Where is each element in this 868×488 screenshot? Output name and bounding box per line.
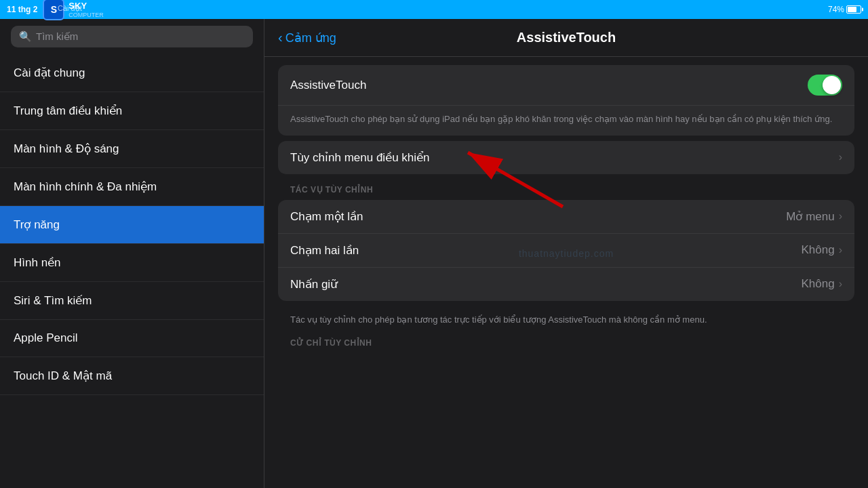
cham-hai-lan-chevron: › [839,244,842,256]
cham-mot-lan-val-text: Mở menu [786,209,834,224]
sidebar-item-hinh-nen[interactable]: Hình nền [0,244,264,282]
battery-fill [848,7,856,12]
cham-hai-lan-value: Không › [802,243,843,257]
cai-dat-label: Cài đặt [58,4,82,13]
sidebar-label-touch-id: Touch ID & Mật mã [14,369,112,383]
sidebar-label-tro-nang: Trợ năng [14,218,60,232]
customize-menu-label: Tùy chỉnh menu điều khiển [290,150,430,165]
page-header: ‹ Cảm ứng AssistiveTouch [264,19,868,57]
nhan-giu-chevron: › [839,278,842,290]
sidebar-label-hinh-nen: Hình nền [14,256,61,270]
nhan-giu-val-text: Không [802,277,835,291]
content-area: AssistiveTouch AssistiveTouch cho phép b… [264,57,868,485]
sidebar-label-cai-dat-chung: Cài đặt chung [14,66,85,80]
sidebar-item-trung-tam-dieu-khien[interactable]: Trung tâm điều khiển [0,92,264,130]
nhan-giu-label: Nhấn giữ [290,277,338,291]
status-left: 11 thg 2 S SKY COMPUTER Cài đặt [7,0,104,20]
sidebar-label-siri: Siri & Tìm kiếm [14,293,92,308]
main-layout: 🔍 Tìm kiếm Cài đặt chung Trung tâm điều … [0,19,868,488]
nhan-giu-row[interactable]: Nhấn giữ Không › [278,268,854,301]
assistive-touch-label: AssistiveTouch [290,79,366,92]
page-title: AssistiveTouch [517,30,616,45]
sidebar-label-man-hinh: Màn hình & Độ sáng [14,142,119,156]
sidebar-label-apple-pencil: Apple Pencil [14,331,78,345]
battery-icon [846,5,861,14]
sidebar-item-touch-id[interactable]: Touch ID & Mật mã [0,357,264,395]
cham-hai-lan-label: Chạm hai lần [290,243,359,258]
search-box[interactable]: 🔍 Tìm kiếm [11,26,253,47]
main-section: AssistiveTouch AssistiveTouch cho phép b… [264,57,868,361]
sidebar-item-cai-dat-chung[interactable]: Cài đặt chung [0,54,264,92]
cham-hai-lan-row[interactable]: Chạm hai lần Không › [278,234,854,268]
assistive-touch-toggle[interactable] [808,75,842,96]
assistive-touch-toggle-row: AssistiveTouch [278,65,854,106]
customize-menu-row[interactable]: Tùy chỉnh menu điều khiển › [278,141,854,174]
cham-mot-lan-label: Chạm một lần [290,209,363,224]
search-placeholder: Tìm kiếm [36,30,78,43]
sidebar-item-man-hinh-do-sang[interactable]: Màn hình & Độ sáng [0,130,264,168]
sidebar-label-trung-tam: Trung tâm điều khiển [14,104,122,118]
sidebar-label-man-hinh-chinh: Màn hình chính & Đa nhiệm [14,180,157,194]
assistive-touch-description: AssistiveTouch cho phép bạn sử dụng iPad… [278,106,854,136]
customize-menu-card: Tùy chỉnh menu điều khiển › [278,141,854,174]
sidebar-item-siri[interactable]: Siri & Tìm kiếm [0,282,264,320]
battery-indicator: 74% [828,5,861,14]
toggle-knob [823,76,841,94]
nhan-giu-value: Không › [802,277,843,291]
cham-mot-lan-row[interactable]: Chạm một lần Mở menu › [278,200,854,234]
cham-mot-lan-chevron: › [839,210,842,222]
search-icon: 🔍 [19,30,32,43]
back-button[interactable]: ‹ Cảm ứng [278,30,336,45]
status-bar: 11 thg 2 S SKY COMPUTER Cài đặt 74% [0,0,868,19]
cham-hai-lan-val-text: Không [802,243,835,257]
sidebar-item-tro-nang[interactable]: Trợ năng [0,206,264,244]
assistive-touch-card: AssistiveTouch AssistiveTouch cho phép b… [278,65,854,136]
sidebar-search: 🔍 Tìm kiếm [0,19,264,54]
bottom-description: Tác vụ tùy chỉnh cho phép bạn tương tác … [278,306,854,333]
back-label: Cảm ứng [285,30,336,45]
chevron-left-icon: ‹ [278,30,283,45]
sidebar-item-man-hinh-chinh[interactable]: Màn hình chính & Đa nhiệm [0,168,264,206]
main-content: thuatnaytiudep.com ‹ Cảm ứng AssistiveTo… [264,19,868,488]
sidebar-item-apple-pencil[interactable]: Apple Pencil [0,320,264,357]
cu-chi-section-header: CỬ CHỈ TÙY CHỈNH [278,333,854,353]
tac-vu-section-header: TÁC VỤ TÙY CHỈNH [278,180,854,200]
customize-menu-chevron: › [839,151,842,163]
battery-percent: 74% [828,5,844,14]
status-time: 11 thg 2 [7,5,37,14]
custom-tasks-card: Chạm một lần Mở menu › Chạm hai lần Khôn… [278,200,854,301]
sidebar: 🔍 Tìm kiếm Cài đặt chung Trung tâm điều … [0,19,264,488]
cham-mot-lan-value: Mở menu › [786,209,842,224]
status-right: 74% [828,5,861,14]
